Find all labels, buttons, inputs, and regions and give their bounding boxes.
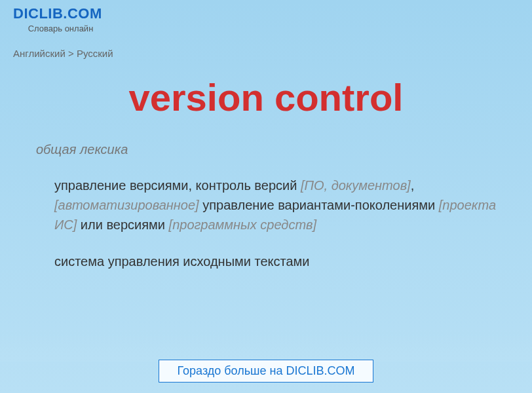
def-text: управление вариантами-поколениями [199,198,439,212]
breadcrumb: Английский > Русский [0,36,532,59]
breadcrumb-separator: > [66,48,77,59]
breadcrumb-to[interactable]: Русский [77,48,113,59]
def-qualifier: [программных средств] [169,217,316,232]
definition-secondary: система управления исходными текстами [36,252,496,271]
breadcrumb-from[interactable]: Английский [13,48,66,59]
content: общая лексика управление версиями, контр… [0,142,532,271]
site-title[interactable]: DICLIB.COM [13,5,519,22]
def-text: , [411,178,415,193]
def-qualifier: [автоматизированное] [54,198,199,212]
more-link[interactable]: Гораздо больше на DICLIB.COM [159,360,374,383]
category-label: общая лексика [36,142,496,157]
def-text: управление версиями, контроль версий [54,178,301,193]
def-text: или версиями [77,217,168,232]
footer: Гораздо больше на DICLIB.COM [0,360,532,383]
fade-overlay [0,334,532,362]
page-title: version control [0,59,532,142]
site-subtitle: Словарь онлайн [13,24,108,33]
def-qualifier: [ПО, документов] [301,178,411,193]
header: DICLIB.COM Словарь онлайн [0,0,532,36]
definition-primary: управление версиями, контроль версий [ПО… [36,176,496,234]
